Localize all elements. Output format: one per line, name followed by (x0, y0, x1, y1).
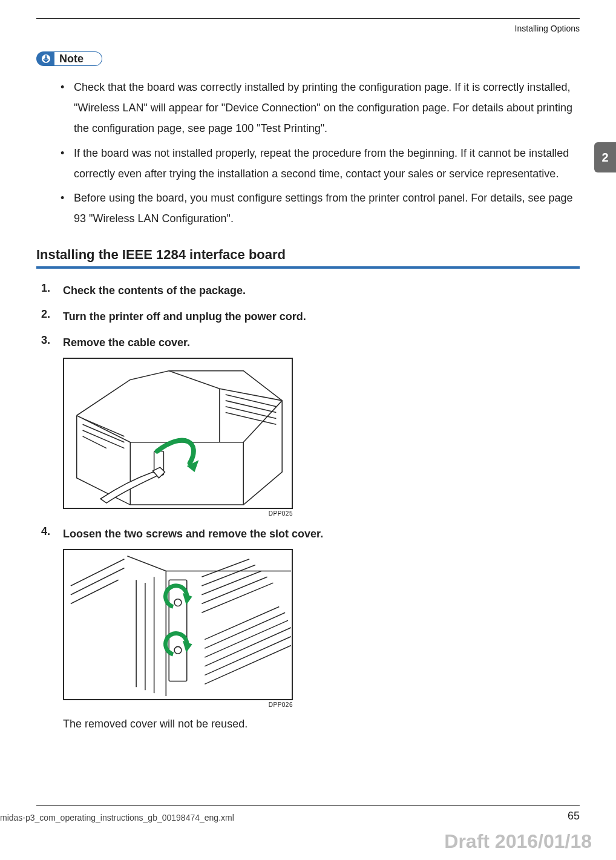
svg-line-9 (226, 412, 277, 424)
note-list: Check that the board was correctly insta… (61, 77, 580, 229)
step-item: Loosen the two screws and remove the slo… (41, 525, 580, 734)
step-item: Remove the cable cover. (41, 334, 580, 517)
svg-marker-32 (183, 640, 192, 652)
section-title: Installing the IEEE 1284 interface board (36, 247, 580, 269)
note-callout: Note (36, 51, 102, 66)
svg-line-5 (83, 436, 106, 448)
note-item: Before using the board, you must configu… (61, 188, 580, 229)
step-list: Check the contents of the package. Turn … (41, 282, 580, 734)
figure-illustration (63, 549, 293, 700)
step-head: Check the contents of the package. (63, 282, 580, 300)
svg-line-24 (205, 606, 279, 639)
chapter-tab: 2 (594, 142, 616, 172)
svg-marker-30 (183, 592, 192, 605)
figure-illustration (63, 358, 293, 509)
svg-line-25 (205, 612, 285, 648)
page-number: 65 (568, 810, 580, 822)
footer-filename: midas-p3_com_operating_instructions_gb_0… (0, 813, 234, 822)
draft-stamp: Draft 2016/01/18 (444, 830, 592, 853)
svg-point-31 (174, 599, 182, 606)
figure-caption: DPP025 (63, 510, 293, 517)
svg-line-23 (202, 583, 273, 612)
note-item: Check that the board was correctly insta… (61, 77, 580, 139)
footer-rule (36, 805, 580, 806)
step-head: Loosen the two screws and remove the slo… (63, 525, 580, 543)
step-item: Check the contents of the package. (41, 282, 580, 300)
svg-line-22 (202, 577, 267, 603)
figure: DPP025 (63, 358, 293, 517)
figure-caption: DPP026 (63, 701, 293, 708)
running-head: Installing Options (36, 24, 580, 33)
svg-line-19 (202, 559, 249, 577)
svg-rect-1 (45, 56, 47, 59)
svg-point-33 (174, 646, 182, 654)
note-arrow-icon (36, 51, 54, 66)
svg-line-14 (71, 580, 119, 603)
header-rule (36, 18, 580, 19)
figure: DPP026 (63, 549, 293, 708)
svg-line-26 (205, 620, 288, 657)
svg-line-20 (202, 565, 255, 585)
note-label: Note (54, 51, 102, 66)
step-item: Turn the printer off and unplug the powe… (41, 308, 580, 326)
svg-line-8 (226, 406, 277, 418)
svg-line-7 (226, 401, 277, 413)
step-head: Turn the printer off and unplug the powe… (63, 308, 580, 326)
note-item: If the board was not installed properly,… (61, 143, 580, 184)
svg-line-6 (226, 395, 277, 407)
step-head: Remove the cable cover. (63, 334, 580, 352)
step-body: The removed cover will not be reused. (63, 714, 580, 734)
